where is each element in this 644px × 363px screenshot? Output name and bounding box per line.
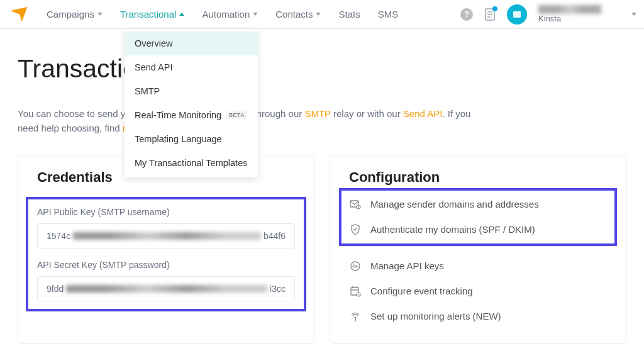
dropdown-label: Overview (135, 38, 172, 48)
config-monitoring-alerts[interactable]: Set up monitoring alerts (NEW) (349, 309, 607, 324)
configuration-card: Configuration Manage sender domains and … (330, 155, 626, 343)
transactional-dropdown: Overview Send API SMTP Real-Time Monitor… (125, 29, 258, 177)
redacted-segment (66, 285, 267, 293)
notifications-icon[interactable] (484, 8, 496, 21)
page-title: Transactional (18, 54, 626, 84)
svg-point-7 (358, 206, 359, 208)
public-key-value[interactable]: 1574c b44f6 (37, 223, 295, 249)
chevron-down-icon (316, 13, 321, 16)
config-label: Authenticate my domains (SPF / DKIM) (370, 224, 535, 235)
calendar-gear-icon (349, 285, 362, 298)
chevron-down-icon (97, 13, 103, 16)
config-label: Configure event tracking (370, 286, 473, 296)
user-menu[interactable]: Kinsta (538, 5, 601, 24)
dropdown-label: Templating Language (135, 134, 222, 144)
dropdown-smtp[interactable]: SMTP (125, 79, 258, 103)
header-right: ? Kinsta (460, 4, 636, 25)
email-gear-icon (349, 198, 362, 211)
nav-automation[interactable]: Automation (197, 0, 263, 29)
dropdown-templates[interactable]: My Transactional Templates (125, 151, 258, 175)
nav-campaigns[interactable]: Campaigns (42, 0, 108, 29)
nav-label: Campaigns (47, 9, 94, 20)
nav-label: Stats (338, 9, 360, 20)
config-label: Manage API keys (370, 260, 444, 271)
dropdown-send-api[interactable]: Send API (125, 55, 258, 79)
credentials-highlight: API Public Key (SMTP username) 1574c b44… (26, 197, 306, 311)
notification-dot-icon (492, 6, 497, 11)
dropdown-label: My Transactional Templates (135, 158, 247, 168)
antenna-icon (349, 310, 362, 323)
user-org: Kinsta (538, 14, 601, 24)
dropdown-realtime[interactable]: Real-Time Monitoring BETA (125, 103, 258, 127)
main-content: Transactional You can choose to send you… (0, 29, 644, 343)
credentials-card: Credentials API Public Key (SMTP usernam… (18, 155, 314, 343)
smtp-link[interactable]: SMTP (304, 108, 330, 119)
config-label: Set up monitoring alerts (NEW) (370, 311, 501, 321)
configuration-list: Manage sender domains and addresses Auth… (349, 197, 607, 324)
public-key-label: API Public Key (SMTP username) (37, 207, 295, 217)
beta-badge: BETA (226, 111, 247, 119)
intro-segment: relay or with our (331, 108, 403, 119)
avatar[interactable] (507, 4, 527, 25)
config-manage-domains[interactable]: Manage sender domains and addresses (349, 197, 607, 212)
svg-rect-4 (513, 11, 521, 18)
config-authenticate[interactable]: Authenticate my domains (SPF / DKIM) (349, 222, 607, 237)
nav-stats[interactable]: Stats (333, 0, 365, 29)
key-suffix: b44f6 (264, 231, 286, 241)
configuration-highlight: Manage sender domains and addresses Auth… (339, 188, 617, 246)
nav-transactional[interactable]: Transactional (115, 0, 190, 29)
user-name (538, 5, 601, 14)
dropdown-label: Send API (135, 62, 172, 72)
config-event-tracking[interactable]: Configure event tracking (349, 284, 607, 299)
nav-label: Contacts (275, 9, 313, 20)
chevron-up-icon (179, 13, 184, 16)
nav-label: Automation (202, 9, 250, 20)
help-icon[interactable]: ? (460, 8, 473, 21)
send-api-link[interactable]: Send API (403, 108, 443, 119)
nav-sms[interactable]: SMS (373, 0, 404, 29)
svg-point-17 (358, 294, 359, 295)
dropdown-templating[interactable]: Templating Language (125, 127, 258, 151)
chevron-down-icon[interactable] (631, 13, 636, 16)
logo[interactable] (8, 3, 30, 26)
main-nav: Campaigns Transactional Automation Conta… (42, 0, 460, 29)
chevron-down-icon (253, 13, 258, 16)
config-api-keys[interactable]: Manage API keys (349, 259, 607, 274)
redacted-segment (73, 232, 261, 240)
secret-key-value[interactable]: 9fdd i3cc (37, 276, 295, 301)
cards-row: Credentials API Public Key (SMTP usernam… (18, 155, 626, 343)
shield-icon (349, 223, 362, 236)
key-prefix: 9fdd (47, 284, 64, 294)
nav-label: SMS (378, 9, 399, 20)
key-icon (349, 260, 362, 272)
top-nav: Campaigns Transactional Automation Conta… (0, 0, 644, 29)
key-suffix: i3cc (270, 284, 286, 294)
paper-plane-icon (9, 5, 28, 24)
dropdown-overview[interactable]: Overview (125, 31, 258, 55)
key-prefix: 1574c (47, 231, 70, 241)
configuration-title: Configuration (349, 169, 607, 186)
dropdown-label: Real-Time Monitoring (135, 110, 221, 120)
nav-contacts[interactable]: Contacts (270, 0, 326, 29)
nav-label: Transactional (120, 9, 177, 20)
svg-point-9 (353, 265, 355, 267)
config-label: Manage sender domains and addresses (370, 199, 539, 209)
dropdown-label: SMTP (135, 86, 160, 96)
secret-key-label: API Secret Key (SMTP password) (37, 260, 295, 270)
